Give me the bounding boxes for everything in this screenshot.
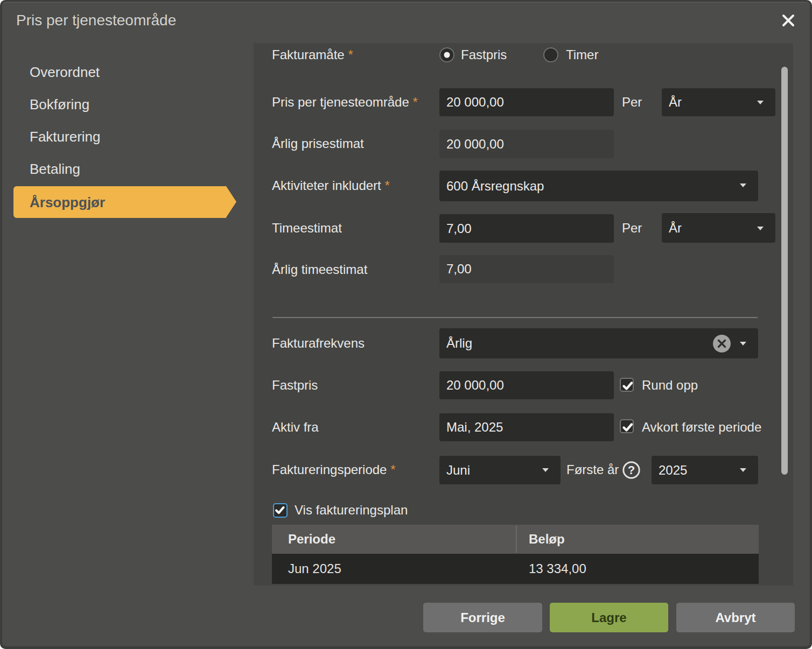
svg-text:?: ?	[628, 463, 635, 477]
